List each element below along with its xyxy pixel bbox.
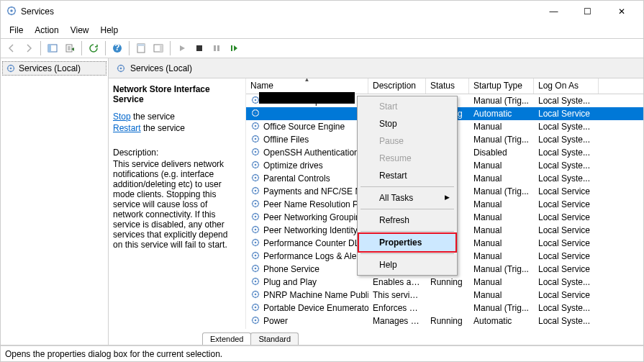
- service-startup: Manual: [469, 237, 534, 249]
- main-body: Services (Local) Services (Local) Networ…: [1, 58, 643, 345]
- column-status[interactable]: Status: [426, 78, 469, 94]
- service-name: Parental Controls: [263, 173, 330, 184]
- service-description: This service ...: [368, 289, 426, 301]
- tree-item-services-local[interactable]: Services (Local): [2, 61, 106, 76]
- column-name[interactable]: ▲Name: [246, 78, 368, 94]
- gear-icon: [250, 173, 260, 185]
- column-description[interactable]: Description: [368, 78, 426, 94]
- service-name: Optimize drives: [263, 160, 323, 171]
- menu-view[interactable]: View: [65, 24, 95, 37]
- svg-point-20: [255, 99, 257, 101]
- pane-header-title: Services (Local): [130, 63, 192, 73]
- service-name: Phone Service: [263, 264, 319, 274]
- help-button[interactable]: ?: [109, 40, 125, 56]
- gear-icon: [250, 250, 260, 263]
- svg-point-46: [255, 267, 257, 269]
- sort-ascending-icon: ▲: [304, 78, 310, 83]
- service-logon: Local Syste...: [534, 121, 599, 132]
- stop-service-link[interactable]: Stop: [113, 112, 131, 122]
- menu-item-help[interactable]: Help: [359, 256, 455, 273]
- svg-point-36: [255, 202, 257, 204]
- menu-item-all-tasks[interactable]: All Tasks▶: [359, 189, 455, 207]
- svg-rect-8: [137, 44, 145, 46]
- gear-icon: [116, 63, 126, 73]
- minimize-button[interactable]: —: [538, 1, 570, 22]
- close-button[interactable]: ✕: [605, 1, 638, 22]
- menu-item-refresh[interactable]: Refresh: [359, 212, 455, 229]
- export-list-button[interactable]: [62, 40, 78, 56]
- table-row[interactable]: Portable Device EnumeratorEnforces gr...…: [246, 302, 643, 315]
- service-logon: Local Syste...: [534, 302, 599, 314]
- tab-extended[interactable]: Extended: [202, 332, 251, 345]
- svg-point-54: [255, 319, 257, 321]
- menu-help[interactable]: Help: [95, 24, 124, 37]
- svg-point-26: [255, 137, 257, 140]
- tree-item-label: Services (Local): [19, 63, 81, 73]
- service-logon: Local Syste...: [534, 134, 599, 145]
- svg-point-52: [255, 306, 257, 308]
- service-startup: Manual: [469, 121, 534, 132]
- service-startup: Manual (Trig...: [469, 302, 534, 314]
- window-title: Services: [21, 6, 538, 17]
- menu-item-stop[interactable]: Stop: [359, 115, 455, 132]
- svg-rect-3: [48, 45, 51, 52]
- show-hide-action-pane-button[interactable]: [150, 40, 166, 56]
- table-row[interactable]: PowerManages p...RunningAutomaticLocal S…: [246, 315, 643, 327]
- show-hide-tree-button[interactable]: [45, 40, 60, 56]
- svg-rect-10: [160, 45, 163, 52]
- forward-button[interactable]: [21, 40, 37, 56]
- tab-standard[interactable]: Standard: [250, 332, 299, 345]
- service-logon: Local Syste...: [534, 315, 599, 327]
- svg-point-48: [255, 280, 257, 282]
- maximize-button[interactable]: ☐: [571, 1, 604, 22]
- menu-file[interactable]: File: [4, 24, 29, 37]
- svg-rect-14: [231, 45, 232, 51]
- service-logon: Local Syste...: [534, 147, 599, 158]
- start-service-button[interactable]: [174, 40, 190, 56]
- restart-service-button[interactable]: [226, 40, 242, 56]
- menu-action[interactable]: Action: [29, 24, 64, 37]
- properties-button[interactable]: [133, 40, 149, 56]
- svg-point-22: [255, 112, 257, 114]
- service-name: Portable Device Enumerator: [263, 303, 368, 313]
- service-name: Performance Counter DLL: [263, 238, 364, 248]
- chevron-right-icon: ▶: [445, 194, 450, 201]
- column-startup-type[interactable]: Startup Type: [469, 78, 534, 94]
- service-startup: Manual: [469, 160, 534, 171]
- service-logon: Local Service: [534, 108, 599, 119]
- pause-service-button[interactable]: [209, 40, 225, 56]
- console-tree[interactable]: Services (Local): [1, 58, 109, 345]
- right-pane: Services (Local) Network Store Interface…: [109, 58, 643, 345]
- service-logon: Local Service: [534, 250, 599, 262]
- service-name: Peer Name Resolution Pro: [263, 199, 366, 209]
- back-button[interactable]: [4, 40, 19, 56]
- stop-service-button[interactable]: [191, 40, 207, 56]
- gear-icon: [6, 63, 16, 73]
- service-name: Plug and Play: [263, 277, 317, 287]
- svg-point-1: [10, 9, 13, 12]
- svg-point-28: [255, 150, 257, 153]
- menu-item-restart[interactable]: Restart: [359, 167, 455, 184]
- gear-icon: [250, 121, 260, 133]
- svg-point-38: [255, 215, 257, 217]
- column-log-on-as[interactable]: Log On As: [534, 78, 599, 94]
- service-description: Manages p...: [368, 315, 426, 327]
- service-name: Performance Logs & Alert: [263, 251, 362, 261]
- table-row[interactable]: PNRP Machine Name Publi...This service .…: [246, 289, 643, 302]
- service-status: [426, 307, 469, 309]
- restart-service-link[interactable]: Restart: [113, 123, 141, 133]
- gear-icon: [250, 276, 260, 289]
- svg-text:?: ?: [114, 43, 119, 53]
- service-startup: Manual: [469, 212, 534, 223]
- refresh-button[interactable]: [86, 40, 101, 56]
- service-startup: Disabled: [469, 147, 534, 158]
- svg-point-24: [255, 125, 257, 127]
- menu-item-properties[interactable]: Properties: [358, 232, 457, 253]
- svg-point-42: [255, 241, 257, 243]
- toolbar: ?: [1, 38, 643, 58]
- service-logon: Local Syste...: [534, 173, 599, 184]
- table-row[interactable]: Plug and PlayEnables a c...RunningManual…: [246, 276, 643, 289]
- svg-point-30: [255, 163, 257, 166]
- service-startup: Manual (Trig...: [469, 263, 534, 275]
- service-status: Running: [426, 315, 469, 327]
